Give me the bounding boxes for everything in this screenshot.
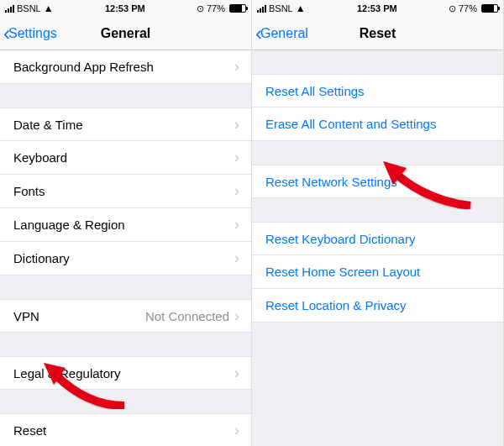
row-reset-keyboard-dictionary[interactable]: Reset Keyboard Dictionary	[252, 222, 503, 255]
page-title: Reset	[360, 26, 396, 41]
row-label: Reset All Settings	[265, 84, 491, 98]
page-title: General	[101, 26, 151, 41]
row-label: Dictionary	[13, 251, 234, 265]
chevron-right-icon: ›	[234, 58, 239, 76]
row-date-time[interactable]: Date & Time ›	[0, 108, 251, 141]
clock: 12:53 PM	[357, 3, 397, 13]
row-dictionary[interactable]: Dictionary ›	[0, 242, 251, 275]
chevron-right-icon: ›	[234, 365, 239, 382]
carrier-label: BSNL	[17, 3, 41, 13]
chevron-right-icon: ›	[234, 216, 239, 233]
row-label: VPN	[13, 309, 145, 323]
group-separator	[0, 390, 251, 413]
right-screen: BSNL ▲ 12:53 PM ⊙ 77% ‹ General Reset Re…	[252, 0, 504, 446]
row-reset-home-screen[interactable]: Reset Home Screen Layout	[252, 255, 503, 289]
alarm-icon: ⊙	[197, 3, 204, 14]
group-separator	[0, 84, 251, 108]
row-reset-all-settings[interactable]: Reset All Settings	[252, 74, 503, 108]
chevron-right-icon: ›	[234, 116, 239, 134]
group-separator	[252, 141, 503, 165]
back-label: General	[260, 26, 308, 41]
row-label: Keyboard	[13, 150, 234, 165]
wifi-icon: ▲	[44, 3, 54, 14]
signal-icon	[257, 4, 266, 13]
reset-list: Reset All Settings Erase All Content and…	[252, 50, 503, 323]
battery-icon	[229, 4, 246, 13]
back-button[interactable]: ‹ Settings	[0, 24, 57, 44]
chevron-right-icon: ›	[234, 149, 239, 166]
row-reset[interactable]: Reset ›	[0, 413, 251, 446]
row-keyboard[interactable]: Keyboard ›	[0, 141, 251, 175]
battery-percent: 77%	[207, 3, 225, 13]
battery-percent: 77%	[459, 3, 477, 13]
carrier-label: BSNL	[269, 3, 293, 13]
chevron-right-icon: ›	[234, 182, 239, 200]
row-label: Fonts	[13, 184, 234, 198]
row-label: Reset Location & Privacy	[265, 298, 491, 312]
row-reset-location-privacy[interactable]: Reset Location & Privacy	[252, 289, 503, 323]
row-vpn[interactable]: VPN Not Connected ›	[0, 299, 251, 333]
status-bar: BSNL ▲ 12:53 PM ⊙ 77%	[0, 0, 251, 17]
chevron-right-icon: ›	[234, 422, 239, 439]
row-background-app-refresh[interactable]: Background App Refresh ›	[0, 50, 251, 84]
alarm-icon: ⊙	[449, 3, 456, 14]
chevron-right-icon: ›	[234, 249, 239, 267]
back-label: Settings	[8, 26, 57, 41]
row-label: Background App Refresh	[13, 60, 234, 74]
row-label: Language & Region	[13, 218, 234, 232]
group-separator	[0, 333, 251, 356]
row-language-region[interactable]: Language & Region ›	[0, 208, 251, 242]
wifi-icon: ▲	[296, 3, 306, 14]
nav-bar: ‹ General Reset	[252, 17, 503, 50]
row-label: Legal & Regulatory	[13, 366, 234, 380]
chevron-right-icon: ›	[234, 307, 239, 325]
back-button[interactable]: ‹ General	[252, 24, 308, 44]
row-reset-network-settings[interactable]: Reset Network Settings	[252, 165, 503, 198]
nav-bar: ‹ Settings General	[0, 17, 251, 50]
row-erase-all-content[interactable]: Erase All Content and Settings	[252, 108, 503, 141]
battery-icon	[481, 4, 498, 13]
row-detail: Not Connected	[145, 309, 229, 323]
row-label: Reset Keyboard Dictionary	[265, 232, 491, 246]
group-separator	[252, 50, 503, 74]
left-screen: BSNL ▲ 12:53 PM ⊙ 77% ‹ Settings General…	[0, 0, 252, 446]
status-bar: BSNL ▲ 12:53 PM ⊙ 77%	[252, 0, 503, 17]
row-label: Reset	[13, 423, 234, 438]
row-legal-regulatory[interactable]: Legal & Regulatory ›	[0, 356, 251, 390]
group-separator	[0, 275, 251, 299]
settings-list: Background App Refresh › Date & Time › K…	[0, 50, 251, 446]
group-separator	[252, 198, 503, 222]
row-fonts[interactable]: Fonts ›	[0, 175, 251, 208]
row-label: Reset Home Screen Layout	[265, 265, 491, 279]
row-label: Erase All Content and Settings	[265, 117, 491, 131]
clock: 12:53 PM	[105, 3, 145, 13]
row-label: Date & Time	[13, 118, 234, 132]
row-label: Reset Network Settings	[265, 175, 491, 189]
signal-icon	[5, 4, 14, 13]
